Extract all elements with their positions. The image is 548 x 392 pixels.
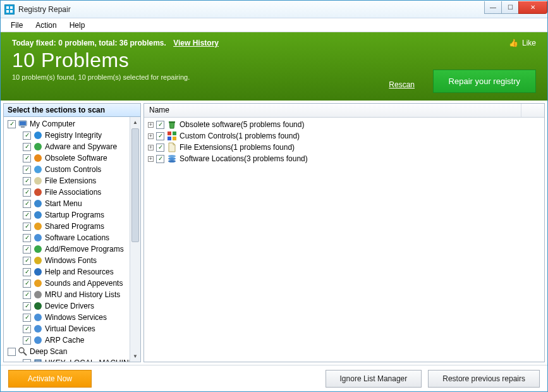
- results-list[interactable]: +Obsolete software(5 problems found)+Cus…: [144, 118, 544, 362]
- column-spacer: [521, 104, 544, 117]
- checkbox[interactable]: [23, 223, 31, 231]
- svg-line-27: [23, 352, 27, 355]
- result-row[interactable]: +Obsolete software(5 problems found): [144, 119, 544, 130]
- tree-item-section-11[interactable]: Windows Fonts: [5, 255, 130, 266]
- expand-icon[interactable]: +: [148, 145, 154, 150]
- checkbox[interactable]: [23, 166, 31, 174]
- checkbox[interactable]: [23, 177, 31, 185]
- column-name[interactable]: Name: [144, 104, 521, 117]
- rescan-link[interactable]: Rescan: [389, 80, 415, 89]
- tree-item-section-4[interactable]: File Extensions: [5, 175, 130, 187]
- tree-item-section-16[interactable]: Windows Services: [5, 312, 130, 323]
- expand-icon[interactable]: +: [148, 122, 154, 128]
- tree-label: Windows Fonts: [45, 256, 97, 265]
- checkbox[interactable]: [23, 211, 31, 219]
- tree-item-section-1[interactable]: Adware and Spyware: [5, 141, 130, 152]
- tree-item-section-14[interactable]: MRU and History Lists: [5, 289, 130, 300]
- tree-item-section-12[interactable]: Help and Resources: [5, 266, 130, 278]
- tree-item-my-computer[interactable]: My Computer: [5, 118, 130, 130]
- checkbox[interactable]: [23, 291, 31, 299]
- result-row[interactable]: +Software Locations(3 problems found): [144, 153, 544, 164]
- svg-rect-1: [10, 6, 13, 9]
- checkbox[interactable]: [23, 200, 31, 208]
- svg-point-17: [34, 245, 42, 253]
- scroll-thumb[interactable]: [131, 128, 139, 242]
- repair-button[interactable]: Repair your registry: [433, 70, 536, 93]
- tree-item-section-2[interactable]: Obsolete Software: [5, 152, 130, 164]
- checkbox[interactable]: [23, 325, 31, 333]
- menu-help[interactable]: Help: [63, 20, 92, 31]
- section-11-icon: [33, 255, 43, 266]
- checkbox[interactable]: [156, 132, 164, 140]
- tree-item-section-0[interactable]: Registry Integrity: [5, 130, 130, 141]
- tree-label: File Extensions: [45, 176, 96, 185]
- checkbox[interactable]: [156, 121, 164, 129]
- thumbs-up-icon: 👍: [509, 39, 518, 47]
- tree-item-section-3[interactable]: Custom Controls: [5, 164, 130, 175]
- tree-item-section-18[interactable]: ARP Cache: [5, 334, 130, 346]
- svg-point-21: [34, 291, 42, 298]
- checkbox[interactable]: [8, 348, 16, 356]
- tree-item-section-5[interactable]: File Associations: [5, 187, 130, 198]
- trash-icon: [167, 119, 177, 130]
- menu-action[interactable]: Action: [29, 20, 63, 31]
- checkbox[interactable]: [156, 155, 164, 163]
- my-computer-icon: [18, 119, 28, 129]
- app-window: Registry Repair — ☐ ✕ File Action Help T…: [0, 0, 548, 392]
- checkbox[interactable]: [8, 120, 16, 128]
- checkbox[interactable]: [23, 279, 31, 288]
- checkbox[interactable]: [23, 359, 31, 362]
- sections-header: Select the sections to scan: [4, 104, 140, 117]
- restore-button[interactable]: Restore previous repairs: [428, 370, 540, 388]
- section-15-icon: [33, 301, 43, 311]
- menu-file[interactable]: File: [4, 20, 29, 31]
- tree-item-hklm[interactable]: HKEY_LOCAL_MACHINE: [5, 357, 130, 362]
- expand-icon[interactable]: +: [148, 133, 154, 139]
- checkbox[interactable]: [23, 314, 31, 322]
- section-9-icon: [33, 233, 43, 243]
- tree-item-section-7[interactable]: Startup Programs: [5, 209, 130, 221]
- checkbox[interactable]: [23, 336, 31, 345]
- result-row[interactable]: +Custom Controls(1 problems found): [144, 130, 544, 142]
- checkbox[interactable]: [23, 132, 31, 140]
- svg-point-16: [34, 234, 42, 242]
- checkbox[interactable]: [23, 143, 31, 151]
- scroll-down-arrow[interactable]: ▼: [130, 351, 140, 362]
- checkbox[interactable]: [23, 154, 31, 162]
- result-row[interactable]: +File Extensions(1 problems found): [144, 142, 544, 153]
- close-button[interactable]: ✕: [518, 1, 547, 14]
- minimize-button[interactable]: —: [484, 1, 502, 14]
- checkbox[interactable]: [23, 268, 31, 276]
- section-10-icon: [33, 244, 43, 254]
- maximize-button[interactable]: ☐: [501, 1, 519, 14]
- svg-rect-6: [21, 126, 25, 128]
- view-history-link[interactable]: View History: [173, 39, 219, 47]
- checkbox[interactable]: [23, 302, 31, 310]
- section-3-icon: [33, 164, 43, 175]
- tree-scrollbar[interactable]: ▲ ▼: [130, 117, 140, 362]
- svg-rect-33: [173, 137, 176, 140]
- checkbox[interactable]: [156, 144, 164, 152]
- section-17-icon: [33, 324, 43, 334]
- tree-item-deep-scan[interactable]: Deep Scan: [5, 346, 130, 357]
- tree-item-section-15[interactable]: Device Drivers: [5, 300, 130, 312]
- checkbox[interactable]: [23, 245, 31, 254]
- tree-item-section-17[interactable]: Virtual Devices: [5, 323, 130, 334]
- tree-item-section-6[interactable]: Start Menu: [5, 198, 130, 209]
- tree-item-section-13[interactable]: Sounds and Appevents: [5, 278, 130, 289]
- ignore-list-button[interactable]: Ignore List Manager: [326, 370, 422, 388]
- tree-item-section-9[interactable]: Software Locations: [5, 232, 130, 243]
- tree-item-section-8[interactable]: Shared Programs: [5, 221, 130, 232]
- checkbox[interactable]: [23, 257, 31, 265]
- deep-scan-icon: [18, 346, 28, 357]
- checkbox[interactable]: [23, 234, 31, 242]
- like-button[interactable]: 👍 Like: [509, 39, 536, 47]
- activate-button[interactable]: Activate Now: [8, 370, 92, 388]
- svg-point-18: [34, 257, 42, 264]
- app-icon: [4, 4, 15, 15]
- checkbox[interactable]: [23, 188, 31, 197]
- tree-item-section-10[interactable]: Add/Remove Programs: [5, 243, 130, 255]
- expand-icon[interactable]: +: [148, 156, 154, 162]
- scroll-up-arrow[interactable]: ▲: [130, 117, 140, 128]
- sections-tree[interactable]: My ComputerRegistry IntegrityAdware and …: [4, 117, 130, 362]
